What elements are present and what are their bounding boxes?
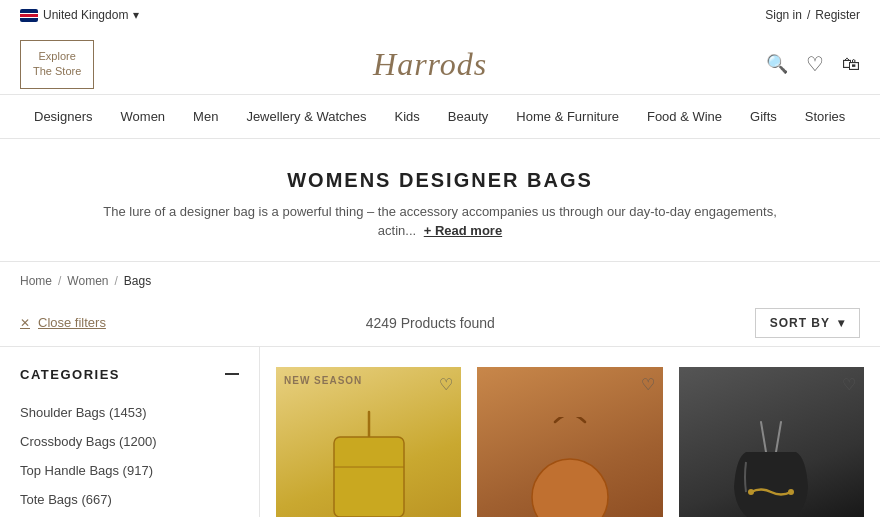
list-item[interactable]: Tote Bags (667) xyxy=(20,485,239,514)
wishlist-button[interactable]: ♡ xyxy=(641,375,655,394)
main-nav: Designers Women Men Jewellery & Watches … xyxy=(0,95,880,139)
close-filters-button[interactable]: ✕ Close filters xyxy=(20,315,106,330)
wishlist-button[interactable]: ♡ xyxy=(439,375,453,394)
close-icon: ✕ xyxy=(20,316,30,330)
nav-item-kids[interactable]: Kids xyxy=(381,95,434,138)
nav-item-jewellery[interactable]: Jewellery & Watches xyxy=(232,95,380,138)
top-bar: United Kingdom ▾ Sign in / Register xyxy=(0,0,880,30)
breadcrumb-home[interactable]: Home xyxy=(20,274,52,288)
nav-item-designers[interactable]: Designers xyxy=(20,95,107,138)
wishlist-button[interactable]: ♡ xyxy=(842,375,856,394)
nav-item-beauty[interactable]: Beauty xyxy=(434,95,502,138)
uk-flag-icon xyxy=(20,9,38,22)
svg-line-5 xyxy=(761,422,766,452)
signin-link[interactable]: Sign in xyxy=(765,8,802,22)
main-content: CATEGORIES Shoulder Bags (1453) Crossbod… xyxy=(0,347,880,517)
svg-point-7 xyxy=(748,489,754,495)
filter-bar: ✕ Close filters 4249 Products found SORT… xyxy=(0,300,880,347)
header: Explore The Store Harrods 🔍 ♡ 🛍 xyxy=(0,30,880,95)
nav-item-men[interactable]: Men xyxy=(179,95,232,138)
breadcrumb: Home / Women / Bags xyxy=(0,262,880,300)
country-label: United Kingdom xyxy=(43,8,128,22)
categories-header: CATEGORIES xyxy=(20,367,239,382)
chevron-down-icon: ▾ xyxy=(838,316,845,330)
products-grid: NEW SEASON ♡ ♡ xyxy=(260,347,880,517)
svg-point-3 xyxy=(532,459,608,517)
page-title: WOMENS DESIGNER BAGS xyxy=(20,169,860,192)
new-season-badge: NEW SEASON xyxy=(284,375,362,386)
register-link[interactable]: Register xyxy=(815,8,860,22)
auth-links: Sign in / Register xyxy=(765,8,860,22)
breadcrumb-current: Bags xyxy=(124,274,151,288)
sidebar: CATEGORIES Shoulder Bags (1453) Crossbod… xyxy=(0,347,260,517)
breadcrumb-sep-1: / xyxy=(58,274,61,288)
breadcrumb-sep-2: / xyxy=(115,274,118,288)
product-card[interactable]: ♡ xyxy=(679,367,864,517)
logo: Harrods xyxy=(94,46,766,83)
list-item[interactable]: Top Handle Bags (917) xyxy=(20,456,239,485)
categories-title: CATEGORIES xyxy=(20,367,120,382)
svg-rect-0 xyxy=(334,437,404,517)
products-count: 4249 Products found xyxy=(366,315,495,331)
auth-separator: / xyxy=(807,8,810,22)
list-item[interactable]: Shoulder Bags (1453) xyxy=(20,398,239,427)
product-card[interactable]: ♡ xyxy=(477,367,662,517)
header-icons: 🔍 ♡ 🛍 xyxy=(766,52,860,76)
nav-item-gifts[interactable]: Gifts xyxy=(736,95,791,138)
nav-item-women[interactable]: Women xyxy=(107,95,180,138)
svg-line-6 xyxy=(776,422,781,452)
collapse-categories-button[interactable] xyxy=(225,373,239,375)
wishlist-icon[interactable]: ♡ xyxy=(806,52,824,76)
chevron-down-icon: ▾ xyxy=(133,8,139,22)
nav-item-food-wine[interactable]: Food & Wine xyxy=(633,95,736,138)
product-card[interactable]: NEW SEASON ♡ xyxy=(276,367,461,517)
read-more-link[interactable]: + Read more xyxy=(424,223,502,238)
bag-icon[interactable]: 🛍 xyxy=(842,54,860,75)
explore-store-button[interactable]: Explore The Store xyxy=(20,40,94,89)
search-icon[interactable]: 🔍 xyxy=(766,53,788,75)
country-selector[interactable]: United Kingdom ▾ xyxy=(20,8,139,22)
hero-section: WOMENS DESIGNER BAGS The lure of a desig… xyxy=(0,139,880,262)
sort-by-button[interactable]: SORT BY ▾ xyxy=(755,308,860,338)
hero-description: The lure of a designer bag is a powerful… xyxy=(100,202,780,241)
nav-item-stories[interactable]: Stories xyxy=(791,95,859,138)
breadcrumb-women[interactable]: Women xyxy=(67,274,108,288)
list-item[interactable]: Crossbody Bags (1200) xyxy=(20,427,239,456)
nav-item-home[interactable]: Home & Furniture xyxy=(502,95,633,138)
svg-point-8 xyxy=(788,489,794,495)
category-list: Shoulder Bags (1453) Crossbody Bags (120… xyxy=(20,398,239,514)
